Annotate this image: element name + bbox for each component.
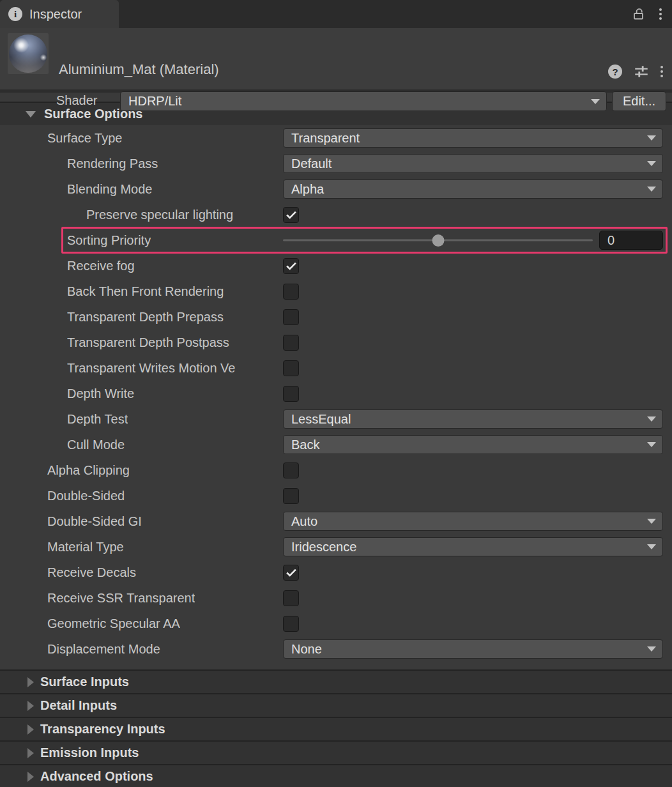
displacement-mode-value: None	[291, 642, 322, 657]
surface-type-value: Transparent	[291, 131, 360, 146]
tab-inspector[interactable]: i Inspector	[0, 0, 119, 28]
row-cull-mode: Cull ModeBack	[0, 432, 672, 457]
material-sphere-preview[interactable]	[8, 33, 49, 74]
blending-mode-value: Alpha	[291, 182, 324, 197]
double-sided-control	[283, 483, 663, 508]
section-emission-inputs[interactable]: Emission Inputs	[0, 740, 672, 764]
tab-title: Inspector	[29, 7, 82, 22]
tabbar-actions	[631, 0, 672, 28]
help-icon[interactable]: ?	[608, 65, 622, 79]
check-icon	[286, 211, 296, 219]
transparent-depth-prepass-checkbox[interactable]	[283, 309, 299, 325]
section-transparency-inputs[interactable]: Transparency Inputs	[0, 717, 672, 740]
section-detail-inputs[interactable]: Detail Inputs	[0, 693, 672, 717]
receive-decals-control	[283, 560, 663, 585]
chevron-down-icon	[591, 99, 600, 104]
double-sided-checkbox[interactable]	[283, 488, 299, 504]
surface-type-dropdown[interactable]: Transparent	[283, 128, 663, 148]
section-title: Surface Inputs	[40, 675, 129, 689]
transparent-depth-prepass-control	[283, 304, 663, 330]
header-actions: ?	[608, 63, 663, 80]
row-blending-mode: Blending ModeAlpha	[0, 176, 672, 202]
double-sided-gi-control: Auto	[283, 508, 663, 534]
transparent-writes-motion-ve-control	[283, 355, 663, 381]
transparent-depth-postpass-label: Transparent Depth Postpass	[67, 335, 229, 350]
transparent-depth-postpass-checkbox[interactable]	[283, 335, 299, 351]
section-title: Detail Inputs	[40, 698, 117, 713]
receive-ssr-transparent-checkbox[interactable]	[283, 590, 299, 606]
foldout-open-icon	[26, 111, 36, 118]
rendering-pass-label: Rendering Pass	[67, 157, 158, 171]
check-icon	[286, 569, 296, 577]
chevron-down-icon	[647, 646, 656, 652]
geometric-specular-aa-control	[283, 611, 663, 636]
blending-mode-dropdown[interactable]: Alpha	[283, 180, 663, 199]
unlock-icon[interactable]	[631, 6, 646, 22]
sorting-priority-slider[interactable]	[283, 240, 593, 241]
shader-dropdown[interactable]: HDRP/Lit	[120, 91, 607, 111]
transparent-depth-prepass-label: Transparent Depth Prepass	[67, 310, 224, 325]
depth-write-checkbox[interactable]	[283, 386, 299, 402]
alpha-clipping-checkbox[interactable]	[283, 462, 299, 478]
shader-value: HDRP/Lit	[128, 94, 181, 109]
depth-write-control	[283, 381, 663, 406]
row-rendering-pass: Rendering PassDefault	[0, 151, 672, 176]
row-double-sided-gi: Double-Sided GIAuto	[0, 508, 672, 534]
section-advanced-options[interactable]: Advanced Options	[0, 764, 672, 787]
kebab-menu-icon[interactable]	[661, 66, 663, 77]
rendering-pass-dropdown[interactable]: Default	[283, 154, 663, 173]
sorting-priority-slider-thumb[interactable]	[432, 234, 444, 247]
row-receive-fog: Receive fog	[0, 253, 672, 279]
section-surface-inputs[interactable]: Surface Inputs	[0, 669, 672, 693]
double-sided-gi-dropdown[interactable]: Auto	[283, 512, 663, 531]
sorting-priority-control: 0	[283, 227, 663, 253]
presets-icon[interactable]	[633, 63, 650, 80]
foldout-closed-icon	[27, 677, 34, 687]
receive-fog-checkbox[interactable]	[283, 258, 299, 274]
depth-test-control: LessEqual	[283, 406, 663, 432]
material-type-value: Iridescence	[291, 540, 356, 554]
geometric-specular-aa-checkbox[interactable]	[283, 616, 299, 632]
transparent-writes-motion-ve-checkbox[interactable]	[283, 360, 299, 376]
chevron-down-icon	[647, 544, 656, 549]
preserve-specular-lighting-checkbox[interactable]	[283, 207, 299, 223]
chevron-down-icon	[647, 135, 656, 141]
sorting-priority-label: Sorting Priority	[67, 233, 151, 248]
material-type-dropdown[interactable]: Iridescence	[283, 537, 663, 556]
inspector-panel: i Inspector Aluminium_Mat (Material) ? S…	[0, 0, 672, 787]
chevron-down-icon	[647, 161, 656, 166]
receive-ssr-transparent-label: Receive SSR Transparent	[47, 591, 195, 606]
depth-test-dropdown[interactable]: LessEqual	[283, 409, 663, 429]
row-back-then-front-rendering: Back Then Front Rendering	[0, 279, 672, 304]
section-title: Advanced Options	[40, 769, 153, 784]
section-title: Transparency Inputs	[40, 722, 165, 737]
tab-bar: i Inspector	[0, 0, 672, 28]
row-receive-decals: Receive Decals	[0, 560, 672, 585]
back-then-front-rendering-control	[283, 279, 663, 304]
rows-sections-gap	[0, 662, 672, 669]
transparent-depth-postpass-control	[283, 330, 663, 355]
section-title: Emission Inputs	[40, 745, 139, 760]
double-sided-gi-value: Auto	[291, 514, 317, 529]
receive-decals-checkbox[interactable]	[283, 565, 299, 581]
row-material-type: Material TypeIridescence	[0, 534, 672, 560]
preserve-specular-lighting-label: Preserve specular lighting	[86, 208, 233, 222]
row-double-sided: Double-Sided	[0, 483, 672, 508]
edit-shader-button[interactable]: Edit...	[612, 91, 666, 111]
sorting-priority-number-field[interactable]: 0	[599, 231, 663, 250]
chevron-down-icon	[647, 442, 656, 447]
cull-mode-label: Cull Mode	[67, 438, 125, 452]
displacement-mode-dropdown[interactable]: None	[283, 639, 663, 659]
displacement-mode-control: None	[283, 636, 663, 662]
displacement-mode-label: Displacement Mode	[47, 642, 160, 657]
kebab-menu-icon[interactable]	[659, 8, 662, 20]
row-depth-test: Depth TestLessEqual	[0, 406, 672, 432]
cull-mode-dropdown[interactable]: Back	[283, 435, 663, 454]
back-then-front-rendering-label: Back Then Front Rendering	[67, 284, 224, 299]
surface-type-label: Surface Type	[47, 131, 122, 146]
info-icon: i	[8, 7, 22, 21]
back-then-front-rendering-checkbox[interactable]	[283, 284, 299, 300]
receive-fog-control	[283, 253, 663, 279]
alpha-clipping-label: Alpha Clipping	[47, 463, 130, 478]
transparent-writes-motion-ve-label: Transparent Writes Motion Ve	[67, 361, 235, 376]
